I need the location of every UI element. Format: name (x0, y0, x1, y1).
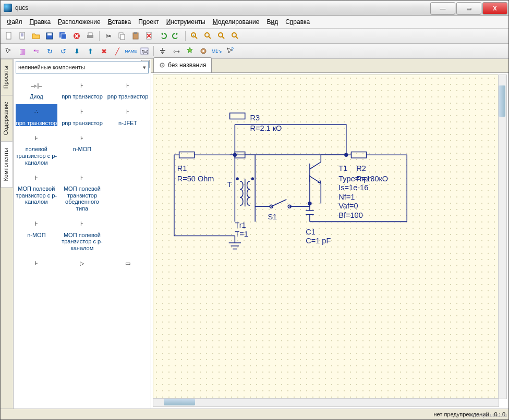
svg-point-17 (219, 33, 223, 37)
redo-icon[interactable] (170, 30, 183, 42)
menu-file[interactable]: Файл (4, 17, 26, 27)
component-item[interactable]: ⊦n-JFET (107, 104, 149, 127)
svg-rect-28 (179, 152, 195, 158)
delete-icon[interactable] (143, 30, 155, 42)
select-icon[interactable] (3, 45, 15, 57)
new-file-icon[interactable] (3, 30, 15, 42)
zoom-in-icon[interactable]: + (188, 30, 201, 42)
menu-simulate[interactable]: Моделирование (210, 17, 263, 27)
component-item[interactable]: ⊦полевой транзистор с p-каналом (16, 130, 57, 166)
port-icon[interactable]: ⊶ (170, 45, 183, 57)
equation-icon[interactable]: f(ω) (138, 45, 151, 57)
close-doc-icon[interactable] (70, 30, 83, 42)
maximize-button[interactable]: ▭ (456, 2, 481, 15)
component-item[interactable]: ⊦МОП полевой транзистор обедненного типа (61, 170, 103, 212)
svg-point-25 (162, 65, 163, 66)
svg-text:Tr1: Tr1 (235, 221, 246, 229)
category-dropdown[interactable]: нелинейные компоненты (16, 61, 149, 73)
save-all-icon[interactable] (57, 30, 69, 42)
mirror-h-icon[interactable]: ⇋ (30, 45, 42, 57)
component-item[interactable]: –▹|–Диод (16, 78, 57, 100)
svg-rect-29 (352, 152, 367, 158)
side-tabs: Проекты Содержание Компоненты (1, 59, 14, 409)
tab-label: без названия (168, 61, 206, 69)
menu-view[interactable]: Вид (263, 17, 281, 27)
component-item[interactable]: ⊦МОП полевой транзистор с p-каналом (16, 170, 57, 212)
label-icon[interactable]: NAME (125, 45, 137, 57)
simulate-icon[interactable] (184, 45, 196, 57)
menu-layout[interactable]: Расположение (55, 17, 104, 27)
tab-projects[interactable]: Проекты (1, 59, 13, 95)
close-button[interactable]: X (482, 2, 507, 15)
save-icon[interactable] (43, 30, 56, 42)
svg-text:Is=1e-16: Is=1e-16 (338, 183, 368, 192)
window-title: qucs (15, 4, 429, 11)
copy-icon[interactable] (116, 30, 128, 42)
grid-icon[interactable]: ▥ (16, 45, 29, 57)
component-label: МОП полевой транзистор обедненного типа (61, 186, 103, 212)
component-item[interactable]: ▭ (107, 256, 149, 271)
cut-icon[interactable]: ✂ (102, 30, 115, 42)
menu-insert[interactable]: Вставка (105, 17, 135, 27)
component-item[interactable]: ⊦npn транзистор (61, 78, 103, 100)
component-symbol-icon: ⊦ (61, 78, 103, 93)
app-window: qucs — ▭ X Файл Правка Расположение Вста… (0, 0, 509, 420)
tab-untitled[interactable]: без названия (153, 57, 212, 72)
marker-icon[interactable]: M1↘ (211, 45, 223, 57)
component-label: pnp транзистор (107, 93, 149, 100)
tab-contents[interactable]: Содержание (1, 95, 13, 142)
component-item[interactable]: ⊦n-МОП (16, 216, 57, 252)
mirror-v-icon[interactable]: ↺ (57, 45, 69, 57)
scrollbar-horizontal[interactable] (153, 398, 499, 407)
settings-icon[interactable] (197, 45, 210, 57)
component-item[interactable]: ▷ (61, 256, 103, 271)
titlebar[interactable]: qucs — ▭ X (1, 1, 508, 16)
whatsthis-icon[interactable]: ? (224, 45, 237, 57)
menu-edit[interactable]: Правка (27, 17, 54, 27)
scrollbar-vertical[interactable] (498, 75, 507, 399)
component-item[interactable]: ⊦МОП полевой транзистор с p-каналом (61, 216, 103, 252)
scroll-thumb-h[interactable] (164, 399, 195, 405)
component-symbol-icon: ∴ (16, 104, 57, 120)
wire-icon[interactable]: ╱ (111, 45, 124, 57)
component-item[interactable]: ⊦pnp транзистор (107, 78, 149, 100)
component-item[interactable]: ⊦ (16, 256, 57, 271)
component-item[interactable]: ⊦n-МОП (61, 130, 103, 166)
zoom-11-icon[interactable] (229, 30, 241, 42)
svg-rect-26 (230, 113, 245, 119)
component-item[interactable]: ∴npn транзистор (16, 104, 57, 127)
ground-icon[interactable] (156, 45, 169, 57)
component-symbol-icon (107, 170, 149, 186)
svg-point-36 (308, 202, 311, 205)
component-item[interactable]: ⊦pnp транзистор (61, 104, 103, 127)
schematic-svg: R3 R=2.1 кО R1 R=50 Ohm R2 R=130кО T1 Ty… (153, 75, 499, 399)
svg-text:f(ω): f(ω) (142, 50, 148, 54)
arrow-down-icon[interactable]: ⬇ (70, 45, 83, 57)
zoom-out-icon[interactable] (202, 30, 214, 42)
minimize-button[interactable]: — (430, 2, 455, 15)
component-item[interactable] (107, 170, 149, 212)
zoom-fit-icon[interactable] (215, 30, 228, 42)
component-label: npn транзистор (61, 93, 103, 100)
tab-components[interactable]: Компоненты (1, 141, 13, 188)
new-text-icon[interactable] (16, 30, 29, 42)
rotate-icon[interactable]: ↻ (43, 45, 56, 57)
arrow-up-icon[interactable]: ⬆ (84, 45, 96, 57)
svg-point-34 (233, 153, 236, 156)
print-icon[interactable] (84, 30, 96, 42)
component-item[interactable] (107, 130, 149, 166)
schematic-canvas[interactable]: R3 R=2.1 кО R1 R=50 Ohm R2 R=130кО T1 Ty… (153, 75, 499, 399)
components-list[interactable]: –▹|–Диод⊦npn транзистор⊦pnp транзистор∴n… (14, 76, 151, 409)
component-item[interactable] (107, 216, 149, 252)
menu-project[interactable]: Проект (135, 17, 162, 27)
svg-text:Vaf=0: Vaf=0 (338, 202, 358, 210)
open-icon[interactable] (30, 30, 42, 42)
component-symbol-icon: ⊦ (61, 130, 103, 146)
deactivate-icon[interactable]: ✖ (98, 45, 110, 57)
undo-icon[interactable] (156, 30, 169, 42)
menu-tools[interactable]: Инструменты (163, 17, 209, 27)
app-icon (4, 4, 12, 12)
scroll-thumb-v[interactable] (499, 85, 505, 117)
menu-help[interactable]: Справка (282, 17, 313, 27)
paste-icon[interactable] (129, 30, 142, 42)
